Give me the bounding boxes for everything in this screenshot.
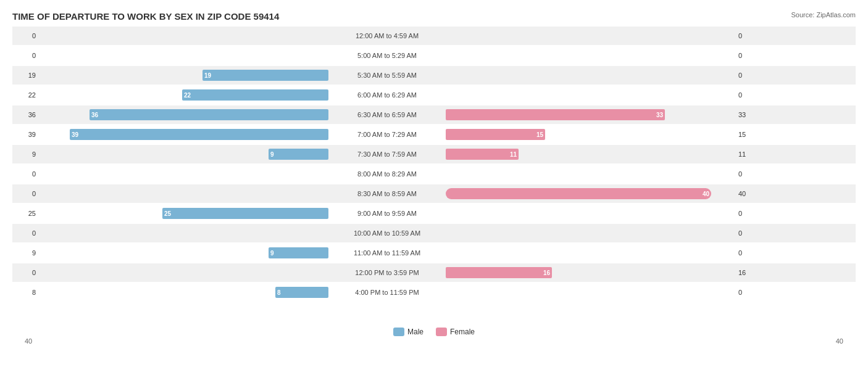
time-label: 5:00 AM to 5:29 AM: [328, 52, 446, 59]
time-label: 5:30 AM to 5:59 AM: [328, 72, 446, 79]
male-value: 39: [12, 131, 38, 138]
male-value: 0: [12, 32, 38, 39]
female-value: 0: [736, 72, 762, 79]
male-bar-label: 22: [184, 92, 191, 99]
female-value: 0: [736, 170, 762, 178]
female-value: 0: [736, 52, 762, 59]
female-value: 0: [736, 289, 762, 296]
male-value: 0: [12, 170, 38, 178]
chart-area: 012:00 AM to 4:59 AM005:00 AM to 5:29 AM…: [12, 27, 856, 324]
time-label: 12:00 PM to 3:59 PM: [328, 269, 446, 276]
female-bar-label: 15: [536, 131, 543, 138]
chart-row: 36 36 6:30 AM to 6:59 AM 33 33: [12, 105, 856, 124]
female-value: 0: [736, 210, 762, 217]
female-value: 15: [736, 131, 762, 138]
female-bar-label: 11: [510, 151, 517, 158]
chart-row: 08:30 AM to 8:59 AM 40 40: [12, 184, 856, 203]
male-bar-label: 39: [72, 131, 78, 138]
time-label: 7:30 AM to 7:59 AM: [328, 151, 446, 158]
female-value: 40: [736, 190, 762, 197]
chart-row: 8 8 4:00 PM to 11:59 PM0: [12, 283, 856, 302]
legend-male: Male: [393, 328, 424, 336]
time-label: 6:00 AM to 6:29 AM: [328, 91, 446, 99]
chart-row: 010:00 AM to 10:59 AM0: [12, 224, 856, 242]
male-value: 25: [12, 210, 38, 217]
male-value: 0: [12, 190, 38, 197]
female-value: 0: [736, 91, 762, 99]
female-bar-label: 40: [703, 191, 709, 197]
chart-row: 25 25 9:00 AM to 9:59 AM0: [12, 204, 856, 223]
male-color-box: [393, 328, 404, 336]
time-label: 12:00 AM to 4:59 AM: [328, 32, 446, 39]
axis-left-label: 40: [25, 337, 32, 345]
male-bar-label: 9: [270, 250, 274, 257]
male-value: 0: [12, 52, 38, 59]
chart-title: TIME OF DEPARTURE TO WORK BY SEX IN ZIP …: [12, 11, 856, 22]
male-bar-label: 9: [270, 151, 274, 158]
female-value: 16: [736, 269, 762, 276]
female-bar-label: 16: [543, 270, 550, 276]
time-label: 11:00 AM to 11:59 AM: [328, 249, 446, 257]
male-value: 0: [12, 269, 38, 276]
time-label: 10:00 AM to 10:59 AM: [328, 229, 446, 237]
source-label: Source: ZipAtlas.com: [791, 11, 856, 19]
male-bar-label: 25: [164, 210, 171, 217]
female-value: 0: [736, 32, 762, 39]
chart-row: 9 9 11:00 AM to 11:59 AM0: [12, 244, 856, 262]
male-value: 36: [12, 111, 38, 118]
chart-row: 08:00 AM to 8:29 AM0: [12, 165, 856, 183]
legend-female: Female: [436, 328, 475, 336]
male-value: 9: [12, 249, 38, 257]
male-bar-label: 19: [204, 72, 211, 79]
male-label: Male: [407, 328, 424, 336]
female-bar-label: 33: [656, 112, 663, 118]
female-label: Female: [450, 328, 475, 336]
chart-row: 012:00 AM to 4:59 AM0: [12, 27, 856, 45]
legend: Male Female: [12, 328, 856, 336]
chart-row: 22 22 6:00 AM to 6:29 AM0: [12, 86, 856, 104]
axis-right-label: 40: [836, 337, 843, 345]
time-label: 8:00 AM to 8:29 AM: [328, 170, 446, 178]
male-value: 22: [12, 91, 38, 99]
female-value: 0: [736, 249, 762, 257]
female-value: 11: [736, 151, 762, 158]
chart-row: 05:00 AM to 5:29 AM0: [12, 46, 856, 65]
time-label: 7:00 AM to 7:29 AM: [328, 131, 446, 138]
female-color-box: [436, 328, 447, 336]
female-value: 33: [736, 111, 762, 118]
male-bar-label: 36: [91, 112, 98, 118]
male-bar-label: 8: [277, 289, 281, 296]
time-label: 8:30 AM to 8:59 AM: [328, 190, 446, 197]
chart-row: 9 9 7:30 AM to 7:59 AM 11 11: [12, 145, 856, 163]
male-value: 9: [12, 151, 38, 158]
chart-row: 19 19 5:30 AM to 5:59 AM0: [12, 66, 856, 85]
chart-row: 012:00 PM to 3:59 PM 16 16: [12, 263, 856, 282]
time-label: 9:00 AM to 9:59 AM: [328, 210, 446, 217]
male-value: 0: [12, 229, 38, 237]
time-label: 4:00 PM to 11:59 PM: [328, 289, 446, 296]
female-value: 0: [736, 229, 762, 237]
time-label: 6:30 AM to 6:59 AM: [328, 111, 446, 118]
male-value: 19: [12, 72, 38, 79]
male-value: 8: [12, 289, 38, 296]
chart-row: 39 39 7:00 AM to 7:29 AM 15 15: [12, 125, 856, 144]
chart-container: TIME OF DEPARTURE TO WORK BY SEX IN ZIP …: [0, 0, 868, 367]
